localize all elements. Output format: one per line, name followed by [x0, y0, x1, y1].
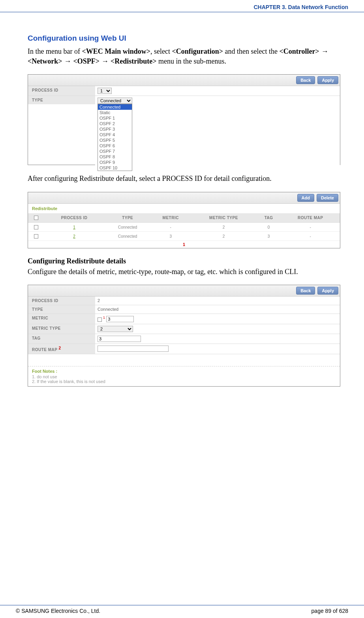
type-option[interactable]: OSPF 9: [98, 160, 132, 165]
label-type: TYPE: [28, 305, 95, 314]
col-route-map: ROUTE MAP: [281, 213, 340, 223]
cell-metric: 3: [150, 232, 191, 241]
value-metric-type: 2: [95, 324, 340, 334]
cell-metric-type: 2: [191, 223, 257, 232]
chapter-title: CHAPTER 3. Data Network Function: [253, 4, 348, 10]
row-process-id: PROCESS ID 1: [28, 86, 340, 96]
back-button[interactable]: Back: [296, 287, 315, 295]
cell-metric-type: 2: [191, 232, 257, 241]
route-map-input[interactable]: [98, 346, 169, 352]
page-footer: © SAMSUNG Electronics Co., Ltd. page 89 …: [0, 605, 364, 614]
col-metric: METRIC: [150, 213, 191, 223]
col-type: TYPE: [105, 213, 150, 223]
toolbar: Add Delete: [28, 192, 340, 204]
type-option[interactable]: OSPF 1: [98, 115, 132, 121]
table-page-indicator: 1: [28, 241, 340, 248]
row-route-map: ROUTE MAP 2: [28, 344, 340, 354]
value-tag: [95, 334, 340, 344]
toolbar: Back Apply: [28, 75, 340, 86]
page-content: Configuration using Web UI In the menu b…: [0, 12, 364, 387]
copyright: © SAMSUNG Electronics Co., Ltd.: [16, 608, 100, 614]
page-header: CHAPTER 3. Data Network Function: [0, 0, 364, 12]
value-metric: 1: [95, 314, 340, 324]
type-option[interactable]: OSPF 8: [98, 154, 132, 160]
type-option[interactable]: Connected: [98, 104, 132, 110]
row-checkbox[interactable]: [34, 225, 38, 229]
details-paragraph: Configure the details of metric, metric-…: [28, 267, 340, 277]
label-tag: TAG: [28, 334, 95, 344]
value-type: Connected Connected Static OSPF 1 OSPF 2…: [95, 96, 340, 173]
type-option[interactable]: OSPF 5: [98, 137, 132, 143]
row-metric-type: METRIC TYPE 2: [28, 324, 340, 334]
metric-input[interactable]: [106, 316, 134, 322]
screenshot-redistribute-list: Add Delete Redistribute PROCESS ID TYPE …: [28, 192, 340, 249]
metric-checkbox[interactable]: [98, 317, 102, 322]
para-after-default: After configuring Redistribute default, …: [28, 174, 340, 184]
cell-tag: 3: [257, 232, 281, 241]
table-row: 2 Connected 3 2 3 -: [28, 232, 340, 241]
value-route-map: [95, 344, 340, 354]
apply-button[interactable]: Apply: [317, 287, 338, 295]
metric-type-select[interactable]: 2: [98, 326, 133, 332]
sub-heading: Configuring Redistribute details: [28, 257, 340, 265]
redistribute-table: PROCESS ID TYPE METRIC METRIC TYPE TAG R…: [28, 213, 340, 241]
row-checkbox[interactable]: [34, 234, 38, 239]
type-option[interactable]: OSPF 6: [98, 143, 132, 148]
delete-button[interactable]: Delete: [317, 194, 338, 202]
value-process-id: 1: [95, 86, 340, 96]
type-option[interactable]: Static: [98, 110, 132, 115]
footnote-1: 1. do not use: [32, 374, 336, 379]
value-process-id: 2: [95, 297, 340, 305]
label-process-id: PROCESS ID: [28, 86, 95, 96]
toolbar: Back Apply: [28, 285, 340, 297]
value-type: Connected: [95, 305, 340, 314]
type-select-top[interactable]: Connected: [98, 98, 132, 104]
row-tag: TAG: [28, 334, 340, 344]
cell-metric: -: [150, 223, 191, 232]
row-metric: METRIC 1: [28, 314, 340, 324]
label-route-map: ROUTE MAP 2: [28, 344, 95, 354]
cell-route-map: -: [281, 232, 340, 241]
row-process-id: PROCESS ID 2: [28, 297, 340, 305]
add-button[interactable]: Add: [297, 194, 314, 202]
type-option[interactable]: OSPF 3: [98, 126, 132, 132]
footnote-2: 2. If the value is blank, this is not us…: [32, 379, 336, 384]
footnotes-section: Foot Notes : 1. do not use 2. If the val…: [28, 366, 340, 386]
col-tag: TAG: [257, 213, 281, 223]
process-id-link[interactable]: 1: [73, 225, 75, 229]
table-row: 1 Connected - 2 0 -: [28, 223, 340, 232]
cell-type: Connected: [105, 232, 150, 241]
type-option[interactable]: OSPF 7: [98, 148, 132, 154]
metric-footnote-ref: 1: [103, 316, 105, 319]
footnotes-title: Foot Notes :: [32, 369, 336, 374]
redistribute-subtitle: Redistribute: [28, 204, 340, 213]
type-option[interactable]: OSPF 10: [98, 165, 132, 171]
cell-tag: 0: [257, 223, 281, 232]
screenshot-redistribute-details: Back Apply PROCESS ID 2 TYPE Connected M…: [28, 285, 340, 387]
screenshot-redistribute-default: Back Apply PROCESS ID 1 TYPE Connected C…: [28, 74, 340, 165]
type-option[interactable]: OSPF 2: [98, 121, 132, 126]
col-metric-type: METRIC TYPE: [191, 213, 257, 223]
row-type: TYPE Connected Connected Static OSPF 1 O…: [28, 96, 340, 173]
cell-route-map: -: [281, 223, 340, 232]
select-all-checkbox[interactable]: [34, 216, 38, 220]
section-title: Configuration using Web UI: [28, 34, 340, 43]
label-process-id: PROCESS ID: [28, 297, 95, 305]
label-type: TYPE: [28, 96, 95, 104]
back-button[interactable]: Back: [296, 76, 315, 84]
table-header-row: PROCESS ID TYPE METRIC METRIC TYPE TAG R…: [28, 213, 340, 223]
process-id-link[interactable]: 2: [73, 234, 75, 239]
type-dropdown-list[interactable]: Connected Static OSPF 1 OSPF 2 OSPF 3 OS…: [98, 104, 132, 171]
cell-type: Connected: [105, 223, 150, 232]
type-dropdown[interactable]: Connected Connected Static OSPF 1 OSPF 2…: [98, 98, 132, 171]
type-option[interactable]: OSPF 4: [98, 132, 132, 137]
page-number: page 89 of 628: [311, 608, 348, 614]
tag-input[interactable]: [98, 336, 141, 342]
label-metric: METRIC: [28, 314, 95, 324]
intro-paragraph: In the menu bar of <WEC Main window>, se…: [28, 47, 340, 66]
route-map-footnote-ref: 2: [59, 346, 61, 350]
apply-button[interactable]: Apply: [317, 76, 338, 84]
label-metric-type: METRIC TYPE: [28, 324, 95, 334]
process-id-select[interactable]: 1: [98, 88, 112, 94]
col-process-id: PROCESS ID: [44, 213, 105, 223]
